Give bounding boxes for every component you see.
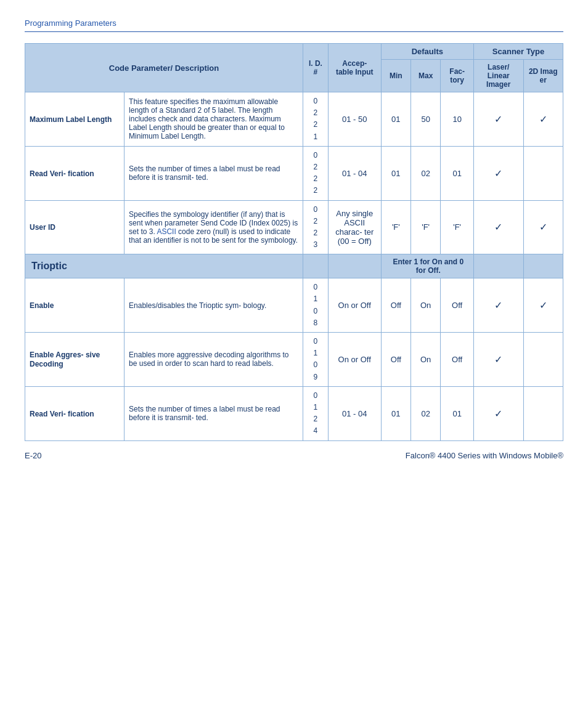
param-label: Enable Aggres- sive Decoding (30, 351, 100, 368)
factory-cell: 01 (441, 386, 474, 440)
twod-cell (523, 386, 563, 440)
table-row: Read Veri- ficationSets the number of ti… (25, 146, 563, 200)
input-cell: 01 - 04 (328, 386, 381, 440)
param-label: Read Veri- fication (30, 410, 94, 418)
factory-cell: 10 (441, 92, 474, 147)
input-cell: 01 - 50 (328, 92, 381, 147)
main-table: Code Parameter/ Description I. D. # Acce… (25, 43, 563, 441)
footer-right: Falcon® 4400 Series with Windows Mobile® (406, 451, 563, 460)
id-cell: 0124 (303, 386, 328, 440)
id-cell: 0109 (303, 333, 328, 387)
param-label: User ID (30, 223, 55, 232)
factory-cell: 'F' (441, 200, 474, 254)
input-cell: On or Off (328, 278, 381, 333)
laser-cell: ✓ (473, 92, 523, 147)
param-label: Maximum Label Length (30, 115, 112, 124)
laser-cell: ✓ (473, 333, 523, 387)
min-cell: Off (381, 278, 410, 333)
id-cell: 0222 (303, 146, 328, 200)
max-cell: 'F' (410, 200, 440, 254)
twod-cell (523, 333, 563, 387)
desc-cell: Sets the number of times a label must be… (125, 386, 303, 440)
table-row: EnableEnables/disables the Trioptic sym-… (25, 278, 563, 333)
max-cell: 02 (410, 386, 440, 440)
min-cell: 01 (381, 386, 410, 440)
input-cell: On or Off (328, 333, 381, 387)
table-row: Maximum Label LengthThis feature specifi… (25, 92, 563, 147)
page-header: Programming Parameters (25, 18, 563, 32)
desc-cell: This feature specifies the maximum allow… (125, 92, 303, 147)
twod-cell: ✓ (523, 200, 563, 254)
factory-cell: Off (441, 333, 474, 387)
max-cell: 50 (410, 92, 440, 147)
desc-cell: Sets the number of times a label must be… (125, 146, 303, 200)
trioptic-label: Trioptic (25, 254, 303, 278)
param-label: Read Veri- fication (30, 169, 94, 178)
factory-cell: Off (441, 278, 474, 333)
param-label: Enable (30, 301, 54, 310)
min-cell: Off (381, 333, 410, 387)
table-row: Enable Aggres- sive DecodingEnables more… (25, 333, 563, 387)
max-cell: On (410, 333, 440, 387)
id-cell: 0108 (303, 278, 328, 333)
footer-left: E-20 (25, 451, 41, 460)
min-cell: 01 (381, 146, 410, 200)
max-cell: On (410, 278, 440, 333)
page-footer: E-20 Falcon® 4400 Series with Windows Mo… (25, 451, 563, 460)
trioptic-header-row: Trioptic Enter 1 for On and 0 for Off. (25, 254, 563, 278)
trioptic-note: Enter 1 for On and 0 for Off. (381, 254, 473, 278)
desc-cell: Enables/disables the Trioptic sym- bolog… (125, 278, 303, 333)
desc-cell: Enables more aggressive decoding algorit… (125, 333, 303, 387)
input-cell: Any single ASCII charac- ter (00 = Off) (328, 200, 381, 254)
twod-cell: ✓ (523, 278, 563, 333)
id-cell: 0223 (303, 200, 328, 254)
laser-cell: ✓ (473, 146, 523, 200)
table-row: Read Veri- ficationSets the number of ti… (25, 386, 563, 440)
twod-cell: ✓ (523, 92, 563, 147)
min-cell: 'F' (381, 200, 410, 254)
table-row: User IDSpecifies the symbology identifie… (25, 200, 563, 254)
laser-cell: ✓ (473, 278, 523, 333)
desc-cell: Specifies the symbology identifier (if a… (125, 200, 303, 254)
factory-cell: 01 (441, 146, 474, 200)
laser-cell: ✓ (473, 200, 523, 254)
twod-cell (523, 146, 563, 200)
input-cell: 01 - 04 (328, 146, 381, 200)
max-cell: 02 (410, 146, 440, 200)
id-cell: 0221 (303, 92, 328, 147)
laser-cell: ✓ (473, 386, 523, 440)
min-cell: 01 (381, 92, 410, 147)
